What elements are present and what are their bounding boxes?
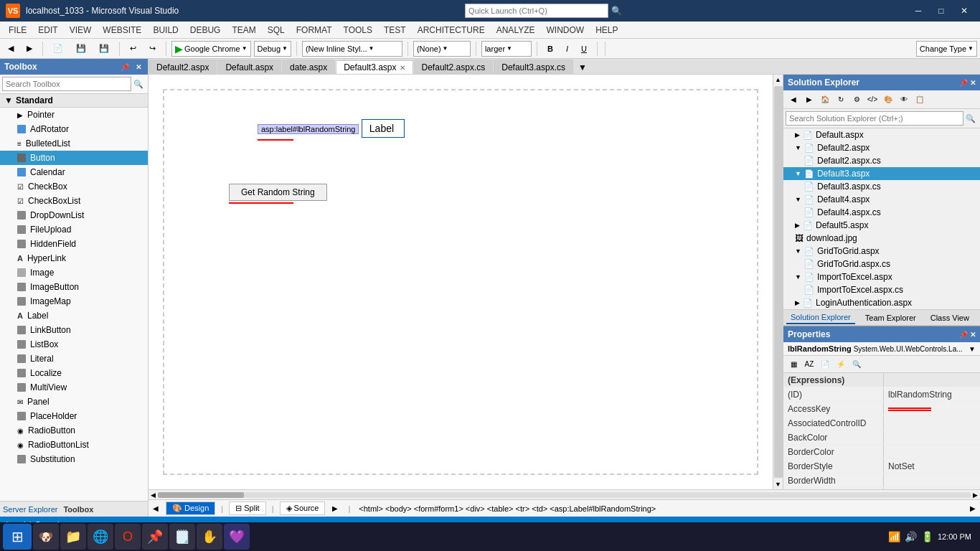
nav-end-arrow[interactable]: ▶ <box>969 504 977 512</box>
taskbar-item-vs[interactable]: 💜 <box>224 524 250 550</box>
volume-icon[interactable]: 🔊 <box>905 531 917 542</box>
se-item-gridtogrid-aspx[interactable]: ▼ 📄 GridToGrid.aspx <box>783 245 980 258</box>
se-forward-button[interactable]: ▶ <box>802 93 816 107</box>
menu-sql[interactable]: SQL <box>262 24 291 37</box>
menu-debug[interactable]: DEBUG <box>184 24 227 37</box>
pp-close-button[interactable]: ✕ <box>970 331 976 339</box>
hscroll-track[interactable] <box>158 492 971 498</box>
pp-alphabetical-button[interactable]: AZ <box>802 358 816 371</box>
toolbox-item-image[interactable]: Image <box>0 265 148 280</box>
menu-tools[interactable]: TOOLS <box>338 24 378 37</box>
back-button[interactable]: ◀ <box>3 41 19 57</box>
se-preview-button[interactable]: 👁 <box>897 93 911 107</box>
toolbox-item-hyperlink[interactable]: A HyperLink <box>0 251 148 265</box>
tab-dateaspx[interactable]: date.aspx <box>282 60 335 74</box>
tab-default3aspx[interactable]: Default3.aspx ✕ <box>336 60 413 75</box>
toolbox-item-adrotator[interactable]: AdRotator <box>0 122 148 136</box>
inline-style-dropdown[interactable]: (New Inline Styl... ▼ <box>302 41 402 57</box>
menu-file[interactable]: FILE <box>3 24 32 37</box>
network-icon[interactable]: 📶 <box>888 531 900 542</box>
se-home-button[interactable]: 🏠 <box>818 93 832 107</box>
se-item-importtoexcel-aspxcs[interactable]: 📄 ImportToExcel.aspx.cs <box>783 283 980 296</box>
se-pin-button[interactable]: 📌 <box>959 79 968 87</box>
pp-row-accesskey[interactable]: AccessKey <box>783 402 980 416</box>
bold-button[interactable]: B <box>542 41 558 57</box>
quick-launch-input[interactable] <box>465 4 608 18</box>
battery-icon[interactable]: 🔋 <box>921 531 933 542</box>
vertical-scrollbar[interactable]: ▲ ▼ <box>773 75 783 489</box>
nav-right-arrow[interactable]: ▶ <box>331 504 339 512</box>
pp-row-borderwidth[interactable]: BorderWidth <box>783 474 980 488</box>
se-code-button[interactable]: </> <box>865 93 880 107</box>
toolbox-close-button[interactable]: ✕ <box>133 63 143 71</box>
menu-view[interactable]: VIEW <box>64 24 98 37</box>
scroll-left-button[interactable]: ◀ <box>149 491 158 499</box>
start-button[interactable]: ⊞ <box>3 524 32 550</box>
pp-pin-button[interactable]: 📌 <box>959 331 968 339</box>
menu-format[interactable]: FORMAT <box>291 24 338 37</box>
taskbar-item-sticky[interactable]: 🗒️ <box>169 524 195 550</box>
taskbar-item-app6[interactable]: ✋ <box>197 524 222 550</box>
pp-search-button[interactable]: 🔍 <box>849 358 864 371</box>
menu-help[interactable]: HELP <box>590 24 623 37</box>
undo-button[interactable]: ↩ <box>125 41 141 57</box>
horizontal-scrollbar[interactable]: ◀ ▶ <box>149 489 980 499</box>
taskbar-item-pin[interactable]: 📌 <box>142 524 168 550</box>
toolbox-item-literal[interactable]: Literal <box>0 352 148 366</box>
forward-button[interactable]: ▶ <box>22 41 37 57</box>
close-button[interactable]: ✕ <box>954 4 974 18</box>
scroll-right-button[interactable]: ▶ <box>971 491 980 499</box>
change-type-dropdown[interactable]: Change Type ▼ <box>916 41 977 57</box>
scroll-down-button[interactable]: ▼ <box>773 479 783 489</box>
toolbox-item-bulletedlist[interactable]: ≡ BulletedList <box>0 136 148 151</box>
pp-row-associatedcontrolid[interactable]: AssociatedControlID <box>783 416 980 430</box>
menu-team[interactable]: TEAM <box>226 24 261 37</box>
menu-test[interactable]: TEST <box>378 24 412 37</box>
save-button2[interactable]: 💾 <box>94 41 114 57</box>
label-element[interactable]: asp:label#lblRandomString Label <box>258 119 405 141</box>
source-view-button[interactable]: ◈ Source <box>280 501 326 515</box>
tab-default2aspx[interactable]: Default2.aspx <box>149 60 217 74</box>
se-search-icon[interactable]: 🔍 <box>963 114 978 123</box>
toolbox-item-imagemap[interactable]: ImageMap <box>0 294 148 309</box>
tab-default2aspxcs[interactable]: Default2.aspx.cs <box>414 60 494 74</box>
se-item-default5-aspx[interactable]: ▶ 📄 Default5.aspx <box>783 219 980 232</box>
menu-architecture[interactable]: ARCHITECTURE <box>412 24 491 37</box>
taskbar-item-ie[interactable]: 🐶 <box>33 524 59 550</box>
tab-close-icon[interactable]: ✕ <box>400 64 405 72</box>
se-properties-button[interactable]: 📋 <box>913 93 927 107</box>
underline-button[interactable]: U <box>576 41 592 57</box>
se-designer-button[interactable]: 🎨 <box>881 93 895 107</box>
debug-dropdown[interactable]: Debug ▼ <box>254 41 291 57</box>
se-tab-class-view[interactable]: Class View <box>926 312 974 324</box>
minimize-button[interactable]: ─ <box>908 4 928 18</box>
se-item-default4-aspxcs[interactable]: 📄 Default4.aspx.cs <box>783 206 980 219</box>
pp-row-borderstyle[interactable]: BorderStyle NotSet <box>783 459 980 474</box>
scroll-up-button[interactable]: ▲ <box>773 75 783 85</box>
tabs-overflow-button[interactable]: ▼ <box>574 61 591 74</box>
size-dropdown[interactable]: larger ▼ <box>481 41 532 57</box>
pp-pages-button[interactable]: 📄 <box>818 358 832 371</box>
menu-window[interactable]: WINDOW <box>541 24 590 37</box>
pp-row-id[interactable]: (ID) lblRandomString <box>783 387 980 402</box>
tab-defaultaspx[interactable]: Default.aspx <box>217 60 281 74</box>
se-tab-solution-explorer[interactable]: Solution Explorer <box>786 311 855 324</box>
label-box[interactable]: Label <box>362 119 405 138</box>
toolbox-item-panel[interactable]: ✉ Panel <box>0 395 148 409</box>
toolbox-item-button[interactable]: Button <box>0 151 148 165</box>
toolbox-category-standard[interactable]: ▼ Standard <box>0 94 148 108</box>
toolbox-item-fileupload[interactable]: FileUpload <box>0 222 148 237</box>
toolbox-item-calendar[interactable]: Calendar <box>0 165 148 179</box>
taskbar-item-explorer[interactable]: 📁 <box>60 524 86 550</box>
menu-edit[interactable]: EDIT <box>32 24 63 37</box>
italic-button[interactable]: I <box>561 41 573 57</box>
se-item-default2-aspxcs[interactable]: 📄 Default2.aspx.cs <box>783 154 980 167</box>
new-button[interactable]: 📄 <box>48 41 68 57</box>
toolbox-item-linkbutton[interactable]: LinkButton <box>0 323 148 337</box>
menu-website[interactable]: WEBSITE <box>97 24 147 37</box>
toolbox-item-radiobuttonlist[interactable]: ◉ RadioButtonList <box>0 438 148 452</box>
se-item-default3-aspx[interactable]: ▼ 📄 Default3.aspx <box>783 167 980 180</box>
design-view-button[interactable]: 🎨 Design <box>166 501 215 515</box>
pp-dropdown-arrow[interactable]: ▼ <box>969 345 976 353</box>
run-dropdown[interactable]: ▶ Google Chrome ▼ <box>171 41 251 57</box>
